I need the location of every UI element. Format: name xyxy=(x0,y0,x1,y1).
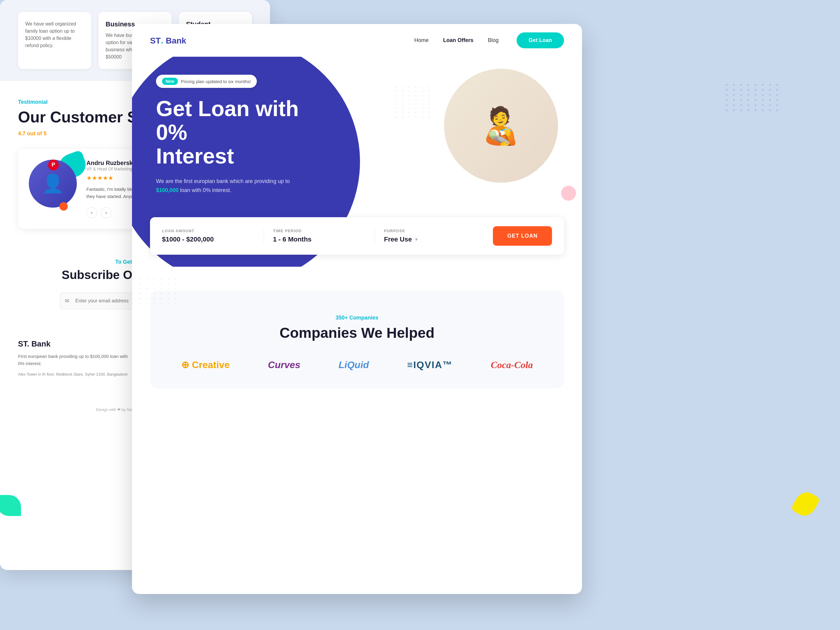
dot xyxy=(153,284,155,285)
loan-form-submit-btn[interactable]: GET LOAN xyxy=(493,226,552,246)
dot xyxy=(175,288,177,289)
dot xyxy=(769,104,771,106)
navbar-logo-bank: Bank xyxy=(166,36,186,45)
footer-brand-desc: First european bank providing up to $100… xyxy=(18,353,133,367)
company-logo-creative: ⊕ Creative xyxy=(181,359,230,371)
dot xyxy=(769,94,771,96)
dot xyxy=(168,303,169,304)
dot xyxy=(741,99,742,101)
dot xyxy=(147,284,148,285)
green-shape-decoration xyxy=(0,495,21,516)
dot xyxy=(428,116,429,117)
dot xyxy=(415,91,417,92)
navbar-get-loan-btn[interactable]: Get Loan xyxy=(516,32,564,48)
loan-form-bar: LOAN AMOUNT $1000 - $200,000 TIME PERIOD… xyxy=(150,217,564,255)
loan-purpose-field: PURPOSE Free Use ▼ xyxy=(375,229,486,243)
companies-label: 350+ Companies xyxy=(168,315,546,321)
dot xyxy=(139,284,141,285)
dot xyxy=(755,99,756,101)
dot xyxy=(409,95,410,96)
dot xyxy=(402,116,403,117)
dot xyxy=(741,109,742,111)
dot xyxy=(147,298,148,299)
dot xyxy=(755,94,756,96)
navbar-link-blog[interactable]: Blog xyxy=(488,37,499,44)
dots-grid-right xyxy=(726,84,780,111)
dot xyxy=(428,87,429,88)
dot xyxy=(755,109,756,111)
navbar-link-loan-offers[interactable]: Loan Offers xyxy=(443,37,474,44)
dot xyxy=(777,84,778,85)
dot xyxy=(777,109,778,111)
dot xyxy=(139,303,141,304)
hero-section: New Pricing plan updated to six months! … xyxy=(132,57,582,267)
dot xyxy=(726,99,728,101)
testimonial-prev-btn[interactable]: ‹ xyxy=(87,207,97,218)
dot xyxy=(741,84,742,85)
dot xyxy=(428,108,429,109)
dot xyxy=(777,89,778,91)
loan-period-field: TIME PERIOD 1 - 6 Months xyxy=(264,229,375,243)
hero-desc-end: loan with 0% interest. xyxy=(178,187,231,193)
dot xyxy=(733,89,735,91)
dot xyxy=(409,91,410,92)
dot xyxy=(168,293,169,294)
hero-desc: We are the first europian bank which are… xyxy=(156,177,312,195)
dot xyxy=(402,91,403,92)
dot xyxy=(409,99,410,101)
companies-logos: ⊕ Creative Curves LiQuid ≡IQVIA™ Coca-Co… xyxy=(168,359,546,371)
dot xyxy=(395,91,396,92)
dot xyxy=(733,84,735,85)
dot xyxy=(132,298,133,299)
dot xyxy=(415,104,417,105)
dot xyxy=(147,279,148,280)
orange-dot-decoration xyxy=(59,202,68,211)
company-logo-iqvia: ≡IQVIA™ xyxy=(407,359,453,371)
dot xyxy=(755,84,756,85)
dot xyxy=(415,116,417,117)
hero-image-illustration: 🧑‍🍼 xyxy=(478,105,524,147)
company-logo-curves: Curves xyxy=(268,359,301,371)
loan-amount-value[interactable]: $1000 - $200,000 xyxy=(162,235,255,243)
dot xyxy=(139,279,141,280)
dot xyxy=(168,298,169,299)
dot xyxy=(402,87,403,88)
navbar-link-home[interactable]: Home xyxy=(414,37,429,44)
testimonial-next-btn[interactable]: › xyxy=(101,207,112,218)
main-page: ST. Bank Home Loan Offers Blog Get Loan … xyxy=(132,24,582,594)
loan-period-value[interactable]: 1 - 6 Months xyxy=(273,235,366,243)
dot xyxy=(395,95,396,96)
dot xyxy=(402,108,403,109)
dot xyxy=(132,288,133,289)
dot xyxy=(762,84,764,85)
loan-period-label: TIME PERIOD xyxy=(273,229,366,233)
dot xyxy=(733,94,735,96)
dot xyxy=(748,104,749,106)
dot xyxy=(726,109,728,111)
dot xyxy=(153,293,155,294)
dot xyxy=(161,284,162,285)
dot xyxy=(422,108,423,109)
hero-badge: New Pricing plan updated to six months! xyxy=(156,75,257,88)
pinterest-badge: P xyxy=(48,159,59,171)
dot xyxy=(395,112,396,113)
hero-content: New Pricing plan updated to six months! … xyxy=(132,57,342,213)
dot xyxy=(748,89,749,91)
dot xyxy=(769,89,771,91)
loan-card-personal: We have well organized family loan optio… xyxy=(18,12,91,69)
dot xyxy=(132,293,133,294)
dot xyxy=(428,104,429,105)
companies-title: Companies We Helped xyxy=(168,325,546,341)
dot xyxy=(741,104,742,106)
dot xyxy=(726,94,728,96)
dot xyxy=(762,99,764,101)
dot xyxy=(422,87,423,88)
loan-purpose-value[interactable]: Free Use ▼ xyxy=(384,235,477,243)
dot xyxy=(409,116,410,117)
dot xyxy=(777,99,778,101)
dot xyxy=(422,95,423,96)
company-logo-liquid: LiQuid xyxy=(339,359,369,371)
email-icon: ✉ xyxy=(65,298,69,304)
footer-brand: ST. Bank First european bank providing u… xyxy=(18,339,133,389)
dot xyxy=(147,303,148,304)
